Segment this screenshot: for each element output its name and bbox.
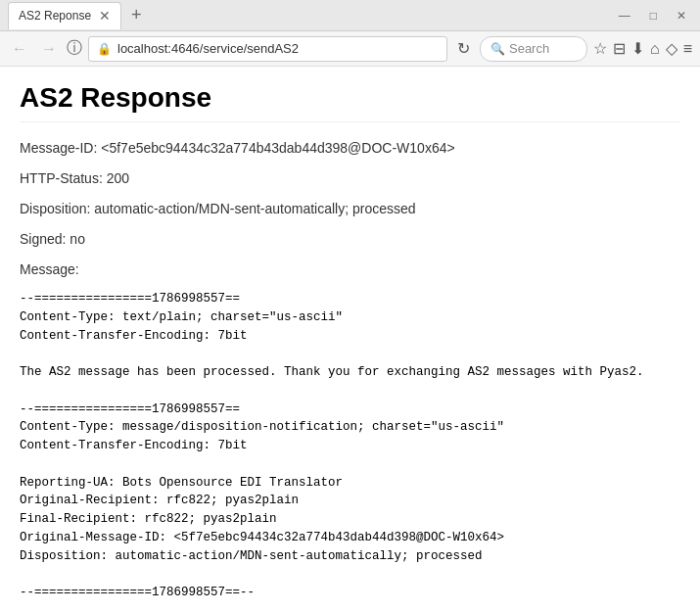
tab-close-button[interactable]: ✕ [99,9,111,23]
url-text: localhost:4646/service/sendAS2 [117,41,299,56]
message-label: Message: [20,259,680,280]
info-icon: ⓘ [67,38,82,59]
window-controls: — □ ✕ [613,7,692,24]
address-bar[interactable]: 🔒 localhost:4646/service/sendAS2 [88,36,447,62]
shield-icon[interactable]: ◇ [666,39,677,58]
title-bar: AS2 Reponse ✕ + — □ ✕ [0,0,700,31]
back-button[interactable]: ← [8,38,31,60]
page-content: AS2 Response Message-ID: <5f7e5ebc94434c… [0,67,700,613]
search-icon: 🔍 [490,42,505,56]
minimize-button[interactable]: — [613,7,636,24]
bookmark-icon[interactable]: ☆ [593,39,607,58]
refresh-button[interactable]: ↻ [453,37,474,60]
download-icon[interactable]: ⬇ [631,39,644,58]
close-button[interactable]: ✕ [671,7,692,24]
tab-label: AS2 Reponse [19,9,91,23]
navigation-bar: ← → ⓘ 🔒 localhost:4646/service/sendAS2 ↻… [0,31,700,67]
lock-icon: 🔒 [97,42,112,56]
reading-list-icon[interactable]: ⊟ [613,39,626,58]
menu-icon[interactable]: ≡ [683,40,692,58]
disposition-field: Disposition: automatic-action/MDN-sent-a… [20,199,680,219]
forward-button[interactable]: → [37,38,61,60]
http-status-field: HTTP-Status: 200 [20,168,680,189]
search-placeholder-text: Search [509,41,549,56]
browser-tab[interactable]: AS2 Reponse ✕ [8,2,121,29]
search-bar[interactable]: 🔍 Search [480,36,587,62]
signed-field: Signed: no [20,229,680,250]
message-id-field: Message-ID: <5f7e5ebc94434c32a774b43dab4… [20,138,680,159]
page-title: AS2 Response [20,82,680,122]
message-body: --================1786998557== Content-T… [20,290,680,602]
new-tab-button[interactable]: + [125,5,148,25]
home-icon[interactable]: ⌂ [650,40,660,58]
maximize-button[interactable]: □ [644,7,663,24]
